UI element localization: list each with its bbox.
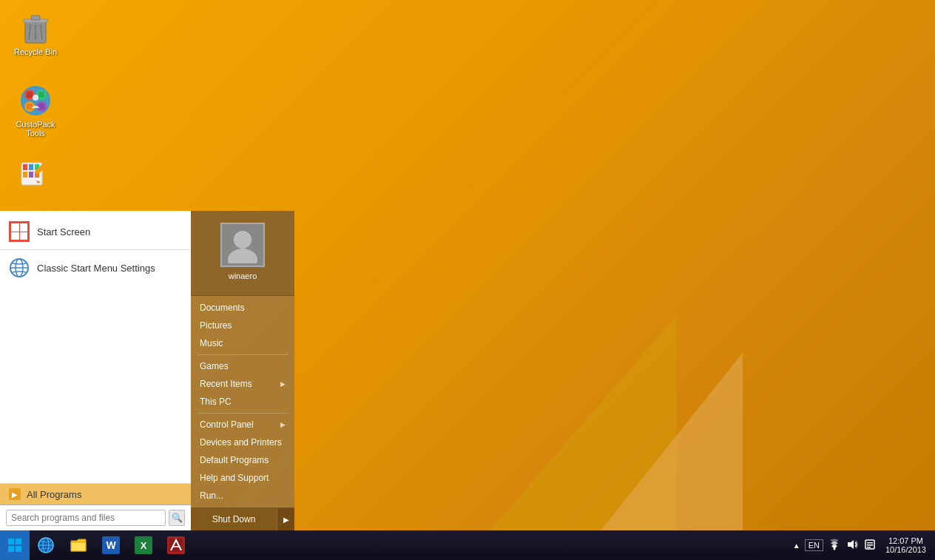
start-menu-left-panel: Start Screen Classic Start Menu Settings	[0, 211, 191, 530]
taskbar-ie-icon[interactable]	[30, 530, 62, 560]
custopack-icon[interactable]: CustoPack Tools	[6, 80, 65, 141]
taskbar-word-icon[interactable]: W	[95, 530, 127, 560]
custopack-label: CustoPack Tools	[16, 120, 55, 138]
svg-rect-19	[29, 164, 33, 170]
games-item[interactable]: Games	[191, 357, 294, 375]
all-programs-arrow-icon: ▶	[9, 488, 21, 500]
network-icon[interactable]	[826, 539, 843, 553]
clock-time: 12:07 PM	[888, 536, 923, 545]
shutdown-button[interactable]: Shut Down	[191, 508, 277, 530]
control-panel-label: Control Panel	[200, 419, 254, 430]
control-panel-arrow: ▶	[280, 421, 286, 428]
recycle-bin-image	[18, 10, 53, 46]
taskbar-start-button[interactable]	[0, 530, 30, 560]
run-item[interactable]: Run...	[191, 487, 294, 505]
classic-settings-label: Classic Start Menu Settings	[37, 263, 155, 274]
svg-rect-13	[38, 92, 44, 98]
windows-logo-icon	[7, 538, 22, 553]
pictures-label: Pictures	[200, 320, 232, 331]
help-support-label: Help and Support	[200, 473, 269, 483]
run-label: Run...	[200, 490, 223, 501]
devices-printers-item[interactable]: Devices and Printers	[191, 434, 294, 451]
svg-rect-45	[867, 542, 873, 544]
help-support-item[interactable]: Help and Support	[191, 469, 294, 487]
taskbar-access-icon[interactable]	[160, 530, 192, 560]
svg-rect-33	[16, 539, 21, 544]
classic-settings-icon	[9, 257, 30, 278]
user-avatar	[220, 223, 265, 267]
show-hidden-icons-button[interactable]: ▲	[791, 542, 802, 550]
start-right-items-list: Documents Pictures Music Games Recent It…	[191, 296, 294, 507]
svg-rect-18	[23, 164, 27, 170]
start-screen-item-icon	[9, 221, 30, 242]
svg-rect-22	[29, 172, 33, 178]
svg-marker-43	[848, 540, 854, 549]
taskbar-pinned-icons: W X	[30, 530, 789, 560]
start-menu: Start Screen Classic Start Menu Settings	[0, 211, 294, 530]
this-pc-label: This PC	[200, 397, 232, 407]
svg-point-16	[33, 95, 38, 101]
start-screen-item[interactable]: Start Screen	[0, 217, 191, 246]
right-separator-2	[197, 413, 288, 414]
shutdown-area: Shut Down ▶	[191, 507, 294, 530]
access-icon-box	[167, 536, 185, 554]
svg-rect-46	[867, 544, 873, 546]
taskbar-file-explorer-icon[interactable]	[62, 530, 95, 560]
pictures-item[interactable]: Pictures	[191, 317, 294, 334]
start-menu-items-list: Start Screen Classic Start Menu Settings	[0, 211, 191, 483]
svg-rect-32	[8, 539, 14, 544]
recycle-bin-label: Recycle Bin	[14, 47, 57, 56]
documents-item[interactable]: Documents	[191, 299, 294, 317]
start-menu-right-panel: winaero Documents Pictures Music Games R…	[191, 211, 294, 530]
color-tool-icon[interactable]	[6, 152, 65, 195]
svg-point-42	[833, 547, 835, 550]
right-separator-1	[197, 354, 288, 355]
taskbar-excel-icon[interactable]: X	[127, 530, 160, 560]
taskbar-system-tray: ▲ EN	[789, 530, 935, 560]
svg-rect-34	[8, 546, 14, 552]
keyboard-layout-icon[interactable]: EN	[805, 539, 823, 551]
svg-rect-6	[25, 21, 46, 43]
recent-items-item[interactable]: Recent Items ▶	[191, 375, 294, 393]
documents-label: Documents	[200, 303, 245, 313]
custopack-image	[18, 83, 53, 118]
search-input[interactable]	[6, 510, 166, 526]
shutdown-arrow-button[interactable]: ▶	[277, 508, 294, 530]
games-label: Games	[200, 361, 229, 371]
search-box: 🔍	[0, 505, 191, 530]
classic-settings-item[interactable]: Classic Start Menu Settings	[0, 253, 191, 283]
notification-area: ▲	[791, 542, 802, 550]
excel-icon-box: X	[135, 536, 152, 554]
volume-icon[interactable]	[844, 539, 860, 553]
control-panel-item[interactable]: Control Panel ▶	[191, 416, 294, 434]
all-programs-label: All Programs	[27, 489, 81, 500]
action-center-icon[interactable]	[862, 539, 878, 553]
default-programs-item[interactable]: Default Programs	[191, 451, 294, 469]
svg-rect-35	[16, 546, 21, 552]
svg-rect-47	[867, 547, 871, 548]
devices-printers-label: Devices and Printers	[200, 437, 282, 448]
clock-date: 10/16/2013	[885, 545, 926, 554]
svg-rect-14	[27, 104, 33, 109]
music-item[interactable]: Music	[191, 334, 294, 352]
triangle-decoration-2	[595, 353, 743, 538]
svg-point-30	[234, 231, 252, 249]
color-tool-image	[18, 155, 53, 190]
search-button[interactable]: 🔍	[169, 510, 185, 526]
word-icon-box: W	[102, 536, 120, 554]
svg-rect-12	[27, 92, 33, 98]
default-programs-label: Default Programs	[200, 455, 269, 465]
svg-rect-15	[38, 104, 44, 109]
all-programs-button[interactable]: ▶ All Programs	[0, 483, 191, 505]
start-screen-label: Start Screen	[37, 226, 90, 237]
recent-items-arrow: ▶	[280, 380, 286, 388]
taskbar: W X ▲ EN	[0, 530, 935, 560]
recent-items-label: Recent Items	[200, 379, 252, 389]
svg-rect-2	[31, 16, 40, 20]
clock-area[interactable]: 12:07 PM 10/16/2013	[880, 530, 932, 560]
start-grid-icon	[9, 221, 30, 242]
this-pc-item[interactable]: This PC	[191, 393, 294, 411]
recycle-bin-icon[interactable]: Recycle Bin	[6, 7, 65, 59]
start-user-area[interactable]: winaero	[191, 211, 294, 296]
menu-separator-1	[0, 249, 191, 250]
